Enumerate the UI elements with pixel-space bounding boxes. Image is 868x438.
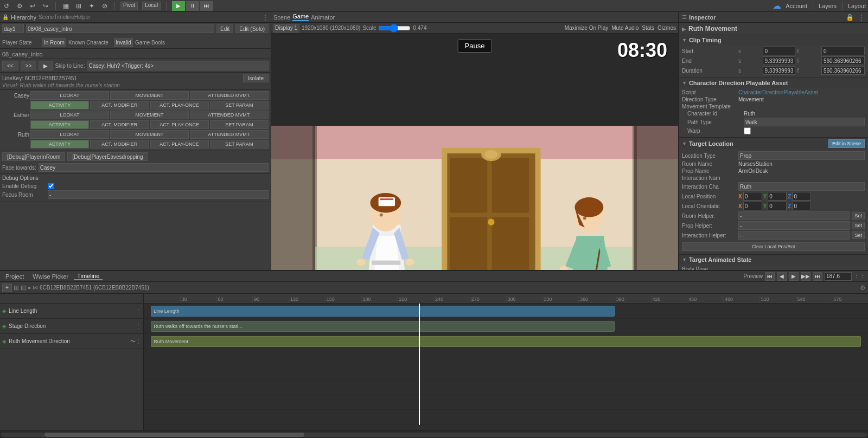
- pause-button[interactable]: ⏸: [186, 1, 199, 11]
- settings-icon[interactable]: ⚙: [15, 2, 24, 10]
- track-menu-1[interactable]: ⋮: [136, 308, 141, 314]
- tl-add-btn[interactable]: +: [2, 284, 12, 292]
- layout-icon[interactable]: ⊞: [74, 2, 83, 10]
- ruth-attended-btn[interactable]: ATTENDED MVMT.: [190, 130, 269, 139]
- clip-ruth-movement[interactable]: Ruth Movement: [151, 336, 860, 347]
- player-state-dropdown[interactable]: In Room: [42, 38, 66, 47]
- day-dropdown[interactable]: day1: [2, 24, 24, 33]
- project-tab[interactable]: Project: [2, 273, 27, 280]
- esther-act-mod-btn[interactable]: ACT. MODIFIER: [90, 120, 149, 129]
- cloud-icon[interactable]: ☁: [773, 1, 781, 11]
- timeline-scrollbar[interactable]: [0, 430, 868, 438]
- timeline-tab[interactable]: Timeline: [74, 273, 103, 280]
- ruth-act-mod-btn[interactable]: ACT. MODIFIER: [90, 140, 149, 149]
- wwise-picker-tab[interactable]: Wwise Picker: [29, 273, 72, 280]
- track-menu-2[interactable]: ⋮: [136, 323, 141, 329]
- inspector-more-icon[interactable]: ⋮: [858, 14, 865, 21]
- local-pos-y-input[interactable]: [768, 192, 787, 201]
- gizmos-btn[interactable]: Gizmos: [658, 25, 676, 31]
- local-pos-z-input[interactable]: [792, 192, 811, 201]
- path-type-dropdown[interactable]: Walk: [744, 118, 865, 126]
- esther-set-param-btn[interactable]: SET PARAM: [210, 120, 269, 129]
- warp-checkbox[interactable]: [744, 127, 751, 134]
- tl-time-input[interactable]: [825, 272, 852, 281]
- isolate-button[interactable]: Isolate: [243, 74, 269, 82]
- tl-expand-icon[interactable]: ⊞: [14, 284, 19, 292]
- scale-slider[interactable]: [378, 24, 411, 33]
- step-button[interactable]: ⏭: [200, 1, 213, 11]
- star-icon[interactable]: ✦: [87, 2, 96, 10]
- edit-button[interactable]: Edit: [216, 24, 233, 33]
- target-animated-header[interactable]: ▼ Target Animated State: [679, 255, 868, 265]
- location-type-dropdown[interactable]: Prop: [738, 151, 865, 160]
- nav-forward-button[interactable]: >>: [21, 61, 37, 70]
- scene-dropdown[interactable]: 08/08_casey_intro: [26, 24, 214, 33]
- ruth-act-play-btn[interactable]: ACT. PLAY-ONCE: [150, 140, 209, 149]
- animator-tab[interactable]: Animator: [311, 14, 335, 21]
- tl-prev-btn[interactable]: ⏮: [765, 272, 775, 281]
- ruth-lookat-btn[interactable]: LOOKAT: [30, 130, 109, 139]
- clip-line-length[interactable]: Line Length: [151, 306, 614, 317]
- enable-debug-checkbox[interactable]: [48, 183, 54, 189]
- esther-lookat-btn[interactable]: LOOKAT: [30, 111, 109, 119]
- account-label[interactable]: Account: [786, 3, 807, 9]
- start-f-input[interactable]: [821, 47, 865, 55]
- skip-dropdown[interactable]: Casey: Huh? <Trigger: 4s>: [87, 61, 269, 70]
- tl-next-btn[interactable]: ⏭: [813, 272, 822, 281]
- maximize-btn[interactable]: Maximize On Play: [565, 25, 609, 31]
- tl-play-btn[interactable]: ▶: [789, 272, 799, 281]
- casey-movement-btn[interactable]: MOVEMENT: [110, 91, 189, 100]
- interaction-helper-dropdown[interactable]: -: [738, 231, 850, 240]
- casey-act-mod-btn[interactable]: ACT. MODIFIER: [90, 101, 149, 110]
- display-dropdown[interactable]: Display 1: [273, 24, 299, 33]
- room-helper-set-btn[interactable]: Set: [852, 212, 865, 220]
- focus-room-dropdown[interactable]: -: [48, 190, 269, 199]
- room-helper-dropdown[interactable]: -: [738, 211, 850, 220]
- track-menu-3[interactable]: ⋮: [136, 338, 141, 344]
- casey-act-play-btn[interactable]: ACT. PLAY-ONCE: [150, 101, 209, 110]
- nav-play-button[interactable]: ▶: [39, 61, 53, 70]
- tl-collapse-icon[interactable]: ⊟: [21, 284, 26, 292]
- local-orient-y-input[interactable]: [768, 202, 787, 210]
- edit-solo-button[interactable]: Edit (Solo): [235, 24, 269, 33]
- play-button[interactable]: ▶: [172, 1, 185, 11]
- stats-btn[interactable]: Stats: [642, 25, 654, 31]
- prop-helper-set-btn[interactable]: Set: [852, 222, 865, 229]
- slash-icon[interactable]: ⊘: [100, 2, 109, 10]
- casey-activity-btn[interactable]: ACTIVITY: [30, 101, 89, 110]
- clear-local-pos-rot-btn[interactable]: Clear Local Pos/Rot: [682, 242, 865, 251]
- casey-set-param-btn[interactable]: SET PARAM: [210, 101, 269, 110]
- scene-tab[interactable]: Scene: [273, 14, 290, 21]
- timeline-tracks-area[interactable]: 30 60 90 120 150 180 210 240 270 300 330…: [144, 294, 868, 430]
- prop-helper-dropdown[interactable]: -: [738, 221, 850, 230]
- duration-f-input[interactable]: [821, 66, 865, 75]
- inspector-lock-icon[interactable]: 🔒: [846, 14, 854, 21]
- ruth-movement-btn[interactable]: MOVEMENT: [110, 130, 189, 139]
- clip-stage-direction[interactable]: Ruth walks off towards the nurse's stati…: [151, 321, 614, 332]
- game-tab[interactable]: Game: [292, 13, 309, 21]
- debug-player-inroom-btn[interactable]: [Debug]PlayerInRoom: [2, 152, 65, 161]
- scrollbar-thumb[interactable]: [44, 433, 304, 437]
- more-icon[interactable]: ⋮: [262, 14, 269, 21]
- script-value[interactable]: CharacterDirectionPlayableAsset: [738, 89, 818, 95]
- recycle-icon[interactable]: ↺: [2, 2, 11, 10]
- tl-back-btn[interactable]: ◀: [777, 272, 787, 281]
- known-char-dropdown[interactable]: Invalid: [114, 38, 133, 47]
- grid-icon[interactable]: ▦: [61, 2, 70, 10]
- clip-timing-header[interactable]: ▼ Clip Timing: [679, 35, 868, 45]
- layers-label[interactable]: Layers: [819, 3, 837, 9]
- redo-icon[interactable]: ↪: [41, 2, 50, 10]
- end-s-input[interactable]: [763, 56, 795, 65]
- interaction-char-dropdown[interactable]: Ruth: [738, 182, 865, 191]
- esther-movement-btn[interactable]: MOVEMENT: [110, 111, 189, 119]
- target-location-header[interactable]: ▼ Target Location Edit in Scene: [679, 138, 868, 150]
- esther-act-play-btn[interactable]: ACT. PLAY-ONCE: [150, 120, 209, 129]
- pivot-btn[interactable]: Pivot: [120, 2, 138, 10]
- ruth-activity-btn[interactable]: ACTIVITY: [30, 140, 89, 149]
- interaction-helper-set-btn[interactable]: Set: [852, 231, 865, 239]
- char-direction-header[interactable]: ▼ Character Direction Playable Asset: [679, 78, 868, 88]
- casey-attended-btn[interactable]: ATTENDED MVMT.: [190, 91, 269, 100]
- casey-lookat-btn[interactable]: LOOKAT: [30, 91, 109, 100]
- start-s-input[interactable]: [763, 47, 795, 55]
- local-btn[interactable]: Local: [142, 2, 161, 10]
